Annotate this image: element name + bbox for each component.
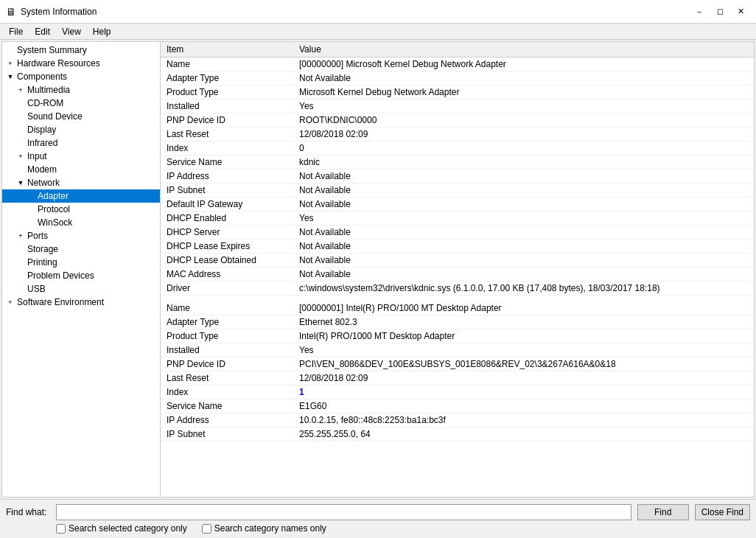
table-cell-value: 255.255.255.0, 64 (293, 427, 754, 441)
table-row: Index1 (161, 385, 754, 399)
table-cell-value: Not Available (293, 268, 754, 282)
tree-item-hardware-resources[interactable]: + Hardware Resources (2, 57, 160, 70)
table-cell-item: Last Reset (161, 127, 293, 142)
menu-bar: File Edit View Help (0, 24, 756, 40)
tree-label-printing: Printing (27, 257, 57, 268)
tree-label-system-summary: System Summary (17, 45, 87, 55)
tree-item-printing[interactable]: Printing (2, 256, 160, 269)
checkbox-search-selected-label: Search selected category only (69, 523, 187, 534)
table-row: DHCP Lease ExpiresNot Available (161, 240, 754, 254)
tree-label-usb: USB (27, 284, 46, 294)
checkbox-search-selected[interactable]: Search selected category only (56, 523, 187, 534)
tree-item-winsock[interactable]: WinSock (2, 216, 160, 229)
tree-item-ports[interactable]: + Ports (2, 229, 160, 242)
tree-item-infrared[interactable]: Infrared (2, 136, 160, 150)
table-cell-item: Installed (161, 99, 293, 113)
tree-item-input[interactable]: + Input (2, 150, 160, 163)
tree-item-adapter[interactable]: Adapter (2, 189, 160, 203)
table-cell-value: [00000001] Intel(R) PRO/1000 MT Desktop … (293, 301, 754, 315)
tree-label-ports: Ports (27, 231, 48, 241)
minimize-button[interactable]: − (690, 4, 709, 19)
menu-edit[interactable]: Edit (29, 25, 56, 38)
expander-hardware-resources: + (5, 60, 15, 67)
close-find-button[interactable]: Close Find (695, 504, 750, 520)
tree-label-display: Display (27, 125, 56, 135)
tree-item-modem[interactable]: Modem (2, 163, 160, 176)
find-row: Find what: Find Close Find (6, 504, 750, 520)
table-cell-value: c:\windows\system32\drivers\kdnic.sys (6… (293, 282, 754, 296)
tree-item-cdrom[interactable]: CD-ROM (2, 97, 160, 110)
tree-label-modem: Modem (27, 164, 57, 175)
tree-item-display[interactable]: Display (2, 123, 160, 136)
table-cell-value: Intel(R) PRO/1000 MT Desktop Adapter (293, 329, 754, 343)
checkbox-search-names-input[interactable] (202, 524, 211, 534)
tree-item-network[interactable]: ▼ Network (2, 176, 160, 189)
table-cell-value: 12/08/2018 02:09 (293, 371, 754, 385)
tree-item-protocol[interactable]: Protocol (2, 203, 160, 216)
table-cell-item: IP Address (161, 413, 293, 427)
checkbox-search-names[interactable]: Search category names only (202, 523, 326, 534)
menu-file[interactable]: File (3, 25, 29, 38)
find-input[interactable] (56, 504, 631, 520)
table-cell-item: PNP Device ID (161, 357, 293, 371)
table-cell-value: 12/08/2018 02:09 (293, 127, 754, 142)
tree-item-usb[interactable]: USB (2, 282, 160, 296)
table-row: DHCP Lease ObtainedNot Available (161, 254, 754, 268)
find-button[interactable]: Find (637, 504, 689, 520)
maximize-button[interactable]: ◻ (710, 4, 729, 19)
tree-item-system-summary[interactable]: System Summary (2, 43, 160, 57)
tree-label-network: Network (27, 178, 60, 188)
table-cell-item: Name (161, 57, 293, 71)
tree-item-storage[interactable]: Storage (2, 242, 160, 256)
table-cell-value: Not Available (293, 198, 754, 212)
table-cell-item: Default IP Gateway (161, 198, 293, 212)
expander-network: ▼ (15, 179, 26, 186)
table-cell-value: 0 (293, 142, 754, 156)
tree-panel[interactable]: System Summary + Hardware Resources ▼ Co… (2, 42, 161, 497)
table-cell-item: IP Subnet (161, 427, 293, 441)
table-cell-value: Not Available (293, 226, 754, 240)
checkbox-row: Search selected category only Search cat… (6, 523, 750, 534)
table-cell-item: Product Type (161, 329, 293, 343)
separator-cell (161, 296, 754, 302)
tree-label-components: Components (17, 71, 67, 82)
find-label: Find what: (6, 507, 50, 517)
table-cell-item: Product Type (161, 85, 293, 99)
checkbox-search-selected-input[interactable] (56, 524, 66, 534)
table-cell-item: Last Reset (161, 371, 293, 385)
checkbox-search-names-label: Search category names only (214, 523, 326, 534)
main-container: System Summary + Hardware Resources ▼ Co… (0, 40, 756, 538)
table-row: IP Address10.0.2.15, fe80::48c8:2253:ba1… (161, 413, 754, 427)
tree-item-problem-devices[interactable]: Problem Devices (2, 269, 160, 282)
tree-item-software-environment[interactable]: + Software Environment (2, 296, 160, 309)
table-cell-value: Not Available (293, 71, 754, 85)
table-row: IP SubnetNot Available (161, 184, 754, 198)
table-cell-value: ROOT\KDNIC\0000 (293, 113, 754, 127)
table-row: Name[00000000] Microsoft Kernel Debug Ne… (161, 57, 754, 71)
tree-item-sound-device[interactable]: Sound Device (2, 110, 160, 123)
table-cell-item: Adapter Type (161, 315, 293, 329)
table-cell-value: 1 (293, 385, 754, 399)
table-row: Default IP GatewayNot Available (161, 198, 754, 212)
table-cell-item: Service Name (161, 399, 293, 413)
table-cell-item: DHCP Lease Obtained (161, 254, 293, 268)
window-title: System Information (21, 7, 97, 17)
table-cell-item: Name (161, 301, 293, 315)
table-cell-item: Adapter Type (161, 71, 293, 85)
tree-label-infrared: Infrared (27, 138, 57, 148)
menu-help[interactable]: Help (87, 25, 117, 38)
tree-label-hardware-resources: Hardware Resources (17, 58, 100, 69)
close-button[interactable]: ✕ (731, 4, 750, 19)
tree-label-winsock: WinSock (38, 217, 72, 228)
expander-multimedia: + (15, 86, 26, 94)
menu-view[interactable]: View (56, 25, 87, 38)
table-row: Last Reset12/08/2018 02:09 (161, 127, 754, 142)
detail-panel[interactable]: Item Value Name[00000000] Microsoft Kern… (161, 42, 754, 497)
detail-table: Item Value Name[00000000] Microsoft Kern… (161, 42, 754, 441)
tree-item-components[interactable]: ▼ Components (2, 70, 160, 83)
tree-label-input: Input (27, 151, 47, 161)
table-row: Product TypeMicrosoft Kernel Debug Netwo… (161, 85, 754, 99)
tree-item-multimedia[interactable]: + Multimedia (2, 83, 160, 97)
table-cell-value: Not Available (293, 170, 754, 184)
table-row: Adapter TypeEthernet 802.3 (161, 315, 754, 329)
